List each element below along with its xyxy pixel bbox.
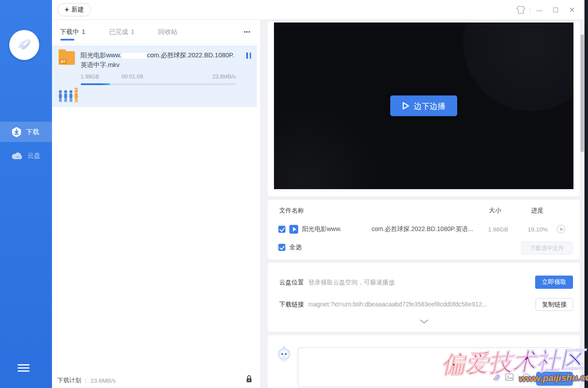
video-file-icon	[289, 225, 298, 234]
cloud-icon	[11, 152, 23, 160]
image-icon[interactable]	[505, 373, 514, 381]
task-list-panel: 下载中 1 已完成 1 回收站 ••• BT 阳光电影www.com.必胜球探.…	[52, 20, 261, 388]
play-icon	[402, 102, 410, 110]
assistant-chat-card	[268, 335, 580, 388]
bt-badge: BT	[59, 59, 67, 64]
column-header-progress: 进度	[531, 207, 544, 215]
new-task-button[interactable]: + 新建	[57, 3, 91, 16]
lock-icon	[246, 375, 252, 383]
redacted-text	[122, 53, 147, 59]
task-stats: 1.98GB 00:01:09 23.6MB/s	[81, 74, 236, 80]
task-detail-panel: 边下边播 文件名称 大小 进度 阳光电影www.com.必胜球探.2022.BD…	[261, 20, 584, 388]
file-size: 1.98GB	[488, 226, 508, 233]
magnet-link-value: magnet:?xt=urn:btih:dbeaaacaabd72fe3583e…	[308, 301, 487, 308]
task-tabs: 下载中 1 已完成 1 回收站 •••	[52, 20, 261, 44]
maximize-button[interactable]	[547, 0, 564, 20]
bt-folder-icon: BT	[59, 51, 75, 65]
scrollbar-thumb[interactable]	[581, 34, 584, 152]
file-list-card: 文件名称 大小 进度 阳光电影www.com.必胜球探.2022.BD.1080…	[268, 200, 580, 259]
desktop-edge	[584, 0, 588, 388]
video-preview: 边下边播	[274, 22, 573, 189]
app-window: 下载 云盘 + 新建 —	[0, 0, 588, 388]
maximize-icon	[553, 7, 558, 12]
cloud-location-label: 云盘位置	[279, 279, 304, 287]
download-link-label: 下载链接	[279, 301, 304, 309]
bird-logo-icon	[15, 36, 33, 54]
assistant-input[interactable]	[298, 347, 573, 387]
divider: |	[85, 377, 87, 384]
play-while-download-button[interactable]: 边下边播	[390, 96, 457, 116]
cloud-link-card: 云盘位置 登录领取云盘空间，可极速播放 立即领取 下载链接 magnet:?xt…	[268, 263, 580, 332]
progress-fill	[81, 83, 110, 85]
task-size: 1.98GB	[81, 74, 122, 80]
file-progress: 19.10%	[528, 226, 548, 233]
tab-count: 1	[82, 28, 85, 35]
send-button[interactable]	[536, 372, 573, 386]
file-row[interactable]: 阳光电影www.com.必胜球探.2022.BD.1080P.英语...	[278, 223, 479, 235]
sidebar-item-download[interactable]: 下载	[0, 122, 52, 142]
minimize-icon: —	[536, 6, 543, 14]
close-icon: ✕	[569, 6, 575, 14]
status-bar: 下载计划 | 23.6MB/s	[57, 377, 116, 384]
theme-skin-button[interactable]	[513, 0, 529, 20]
file-name: 阳光电影www.com.必胜球探.2022.BD.1080P.英语...	[302, 225, 479, 233]
download-plan-label[interactable]: 下载计划	[57, 377, 81, 384]
assistant-robot-icon	[276, 346, 292, 364]
global-speed: 23.6MB/s	[91, 377, 116, 384]
input-toolbar	[492, 373, 530, 381]
tab-count: 1	[131, 28, 134, 35]
claim-now-button[interactable]: 立即领取	[535, 276, 573, 289]
title-bar: + 新建 — ✕	[52, 0, 584, 20]
tab-completed[interactable]: 已完成 1	[109, 20, 135, 44]
divider	[518, 373, 518, 381]
minimize-button[interactable]: —	[531, 0, 547, 20]
menu-hamburger-icon[interactable]	[18, 364, 30, 373]
sidebar: 下载 云盘	[0, 0, 52, 388]
progress-bar	[81, 83, 236, 85]
tab-recycle-bin[interactable]: 回收站	[158, 20, 178, 44]
pen-icon[interactable]	[492, 373, 501, 381]
task-filename: 阳光电影www.com.必胜球探.2022.BD.1080P.英语中字.mkv	[81, 50, 236, 70]
close-button[interactable]: ✕	[564, 0, 580, 20]
sidebar-item-label: 云盘	[27, 152, 41, 160]
tab-downloading[interactable]: 下载中 1	[60, 20, 85, 44]
copy-link-button[interactable]: 复制链接	[536, 298, 573, 311]
select-all-label: 全选	[289, 243, 302, 251]
circle-icon[interactable]	[523, 373, 530, 381]
tshirt-icon	[516, 6, 525, 14]
column-header-size: 大小	[489, 207, 501, 215]
expand-chevron-down-icon[interactable]	[420, 317, 428, 325]
redacted-text	[341, 227, 371, 232]
download-shield-icon	[11, 127, 22, 138]
sidebar-item-label: 下载	[26, 128, 39, 136]
video-preview-card: 边下边播	[268, 22, 580, 196]
lock-button[interactable]	[246, 375, 252, 384]
download-selected-button[interactable]: 下载选中文件	[521, 242, 573, 254]
cloud-location-hint: 登录领取云盘空间，可极速播放	[308, 279, 395, 287]
select-all-checkbox[interactable]	[278, 244, 285, 251]
file-checkbox[interactable]	[278, 226, 285, 233]
task-eta: 00:01:09	[122, 74, 212, 80]
select-all-row: 全选	[278, 243, 302, 251]
peers-people-icon	[58, 86, 80, 105]
pause-button[interactable]	[246, 52, 251, 59]
sidebar-item-cloud[interactable]: 云盘	[0, 146, 52, 166]
plus-icon: +	[65, 6, 69, 14]
app-logo[interactable]	[9, 30, 39, 60]
window-controls: — ✕	[513, 0, 580, 20]
file-play-icon[interactable]	[557, 225, 565, 233]
task-speed: 23.6MB/s	[212, 74, 236, 80]
column-header-name: 文件名称	[279, 207, 304, 215]
download-task-card[interactable]: BT 阳光电影www.com.必胜球探.2022.BD.1080P.英语中字.m…	[52, 45, 257, 107]
divider	[530, 7, 530, 14]
more-menu-icon[interactable]: •••	[244, 20, 251, 44]
